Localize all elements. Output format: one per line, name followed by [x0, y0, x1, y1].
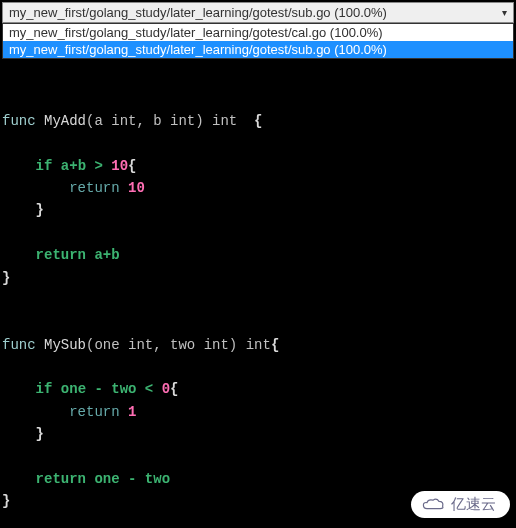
brace-close: }	[2, 270, 10, 286]
chevron-down-icon: ▾	[502, 7, 507, 18]
brace-close: }	[36, 426, 44, 442]
brace-open: {	[128, 158, 136, 174]
keyword-return: return	[36, 247, 86, 263]
return-expr: one - two	[86, 471, 170, 487]
number-literal: 1	[128, 404, 136, 420]
blank-line	[2, 90, 10, 106]
dropdown-selected-label: my_new_first/golang_study/later_learning…	[9, 5, 387, 20]
brace-close: }	[2, 493, 10, 509]
dropdown-selected-row[interactable]: my_new_first/golang_study/later_learning…	[2, 2, 514, 23]
func-name: MySub	[44, 337, 86, 353]
watermark-text: 亿速云	[451, 495, 496, 514]
code-viewer: func MyAdd(a int, b int) int { if a+b > …	[0, 61, 516, 517]
dropdown-options-list: my_new_first/golang_study/later_learning…	[2, 23, 514, 59]
brace-open: {	[170, 381, 178, 397]
watermark-badge: 亿速云	[411, 491, 510, 518]
dropdown-option[interactable]: my_new_first/golang_study/later_learning…	[3, 24, 513, 41]
return-expr: a+b	[86, 247, 120, 263]
keyword-func: func	[2, 337, 44, 353]
brace-open: {	[254, 113, 262, 129]
keyword-func: func	[2, 113, 44, 129]
number-literal: 10	[111, 158, 128, 174]
dropdown-option[interactable]: my_new_first/golang_study/later_learning…	[3, 41, 513, 58]
file-selector-dropdown[interactable]: my_new_first/golang_study/later_learning…	[0, 0, 516, 61]
func-name: MyAdd	[44, 113, 86, 129]
cloud-icon	[421, 497, 445, 513]
keyword-if: if	[36, 381, 53, 397]
func-params: (a int, b int) int	[86, 113, 254, 129]
number-literal: 0	[162, 381, 170, 397]
brace-open: {	[271, 337, 279, 353]
brace-close: }	[36, 202, 44, 218]
keyword-return: return	[69, 404, 128, 420]
keyword-return: return	[36, 471, 86, 487]
condition: a+b >	[52, 158, 111, 174]
number-literal: 10	[128, 180, 145, 196]
keyword-if: if	[36, 158, 53, 174]
condition: one - two <	[52, 381, 161, 397]
func-params: (one int, two int) int	[86, 337, 271, 353]
keyword-return: return	[69, 180, 128, 196]
